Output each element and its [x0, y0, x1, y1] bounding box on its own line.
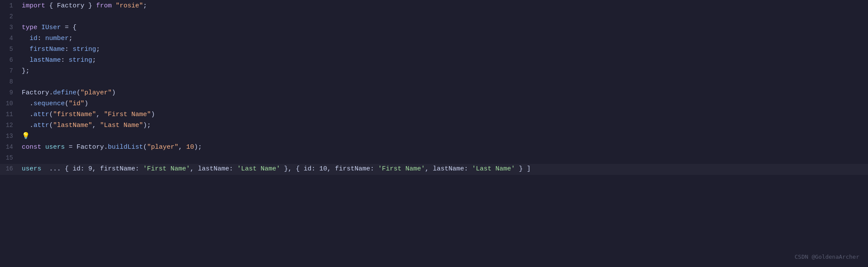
token: . [104, 144, 108, 151]
token: . [49, 89, 53, 97]
token: , lastName: [425, 165, 472, 173]
token: 💡 [22, 133, 30, 140]
token: "id" [69, 100, 84, 107]
code-line: 11 .attr("firstName", "First Name") [0, 110, 868, 120]
line-content: }; [22, 66, 864, 77]
code-line: 7}; [0, 66, 868, 77]
token: type [22, 24, 37, 31]
token: IUser [41, 24, 61, 31]
line-content: .attr("lastName", "Last Name"); [22, 120, 864, 131]
token: . [22, 122, 33, 129]
token: attr [33, 111, 49, 118]
line-content: const users = Factory.buildList("player"… [22, 142, 864, 153]
token [41, 144, 45, 151]
token: id [22, 35, 37, 42]
line-number: 4 [0, 33, 22, 43]
token: , lastName: [190, 165, 237, 173]
code-line: 2 [0, 12, 868, 23]
token: users [22, 165, 41, 173]
code-editor: 1import { Factory } from "rosie";23type … [0, 0, 868, 267]
code-line: 16users ... { id: 9, firstName: 'First N… [0, 164, 868, 175]
token: : [65, 46, 73, 53]
code-line: 3type IUser = { [0, 23, 868, 33]
token: ( [143, 144, 147, 151]
token: ; [92, 57, 96, 64]
line-number: 13 [0, 131, 22, 141]
token: , [178, 144, 186, 151]
token: 'First Name' [378, 165, 425, 173]
token: string [69, 57, 92, 64]
line-number: 5 [0, 44, 22, 54]
line-content: lastName: string; [22, 55, 864, 66]
code-line: 6 lastName: string; [0, 55, 868, 66]
token: users [45, 144, 65, 151]
token: "rosie" [116, 2, 143, 10]
token: define [53, 89, 77, 97]
line-number: 3 [0, 23, 22, 32]
token: ) [112, 89, 116, 97]
line-number: 6 [0, 55, 22, 65]
token: buildList [108, 144, 143, 151]
code-line: 9Factory.define("player") [0, 88, 868, 99]
line-number: 8 [0, 77, 22, 87]
line-content: .attr("firstName", "First Name") [22, 110, 864, 120]
code-line: 15 [0, 153, 868, 164]
token: "player" [80, 89, 112, 97]
code-line: 8 [0, 77, 868, 88]
code-line: 14const users = Factory.buildList("playe… [0, 142, 868, 153]
code-line: 4 id: number; [0, 33, 868, 44]
line-number: 2 [0, 12, 22, 21]
token: from [96, 2, 112, 10]
token: Factory [22, 89, 49, 97]
code-line: 13💡 [0, 131, 868, 142]
token: ( [49, 111, 53, 118]
token: } ] [515, 165, 531, 173]
token [37, 24, 41, 31]
token: 10 [186, 144, 194, 151]
line-content: Factory.define("player") [22, 88, 864, 98]
token: ); [194, 144, 202, 151]
token: attr [33, 122, 49, 129]
code-line: 12 .attr("lastName", "Last Name"); [0, 120, 868, 131]
token: number [45, 35, 69, 42]
token: Factory [77, 144, 104, 151]
token: }; [22, 67, 30, 75]
line-content: id: number; [22, 33, 864, 44]
token: ) [84, 100, 88, 107]
line-content: users ... { id: 9, firstName: 'First Nam… [22, 164, 864, 174]
token: "Last Name" [100, 122, 143, 129]
line-number: 16 [0, 164, 22, 174]
line-content: firstName: string; [22, 44, 864, 55]
token: } [84, 2, 96, 10]
token: "firstName" [53, 111, 96, 118]
line-number: 7 [0, 66, 22, 76]
token: ) [151, 111, 155, 118]
token: "lastName" [53, 122, 92, 129]
token: ); [143, 122, 151, 129]
code-container: 1import { Factory } from "rosie";23type … [0, 0, 868, 267]
line-number: 1 [0, 1, 22, 10]
token: = { [61, 24, 77, 31]
token: string [73, 46, 96, 53]
line-number: 10 [0, 99, 22, 108]
line-number: 12 [0, 120, 22, 130]
token: }, { id: 10, firstName: [280, 165, 378, 173]
line-number: 9 [0, 88, 22, 97]
token: ( [49, 122, 53, 129]
token: ... { id: 9, firstName: [41, 165, 143, 173]
token: Factory [57, 2, 84, 10]
token: { [45, 2, 57, 10]
token: import [22, 2, 45, 10]
token: "First Name" [104, 111, 151, 118]
token: : [61, 57, 69, 64]
line-content: type IUser = { [22, 23, 864, 33]
token: = [65, 144, 77, 151]
code-line: 1import { Factory } from "rosie"; [0, 1, 868, 12]
line-number: 11 [0, 110, 22, 119]
token: , [92, 122, 100, 129]
token: ; [96, 46, 100, 53]
code-line: 10 .sequence("id") [0, 99, 868, 110]
token: : [37, 35, 45, 42]
token: . [22, 111, 33, 118]
line-number: 15 [0, 153, 22, 163]
